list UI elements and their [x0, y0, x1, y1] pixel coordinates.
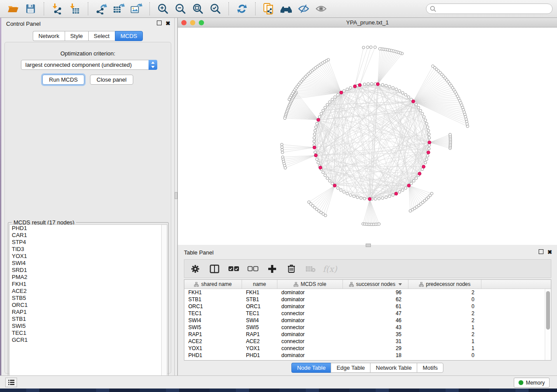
- table-row[interactable]: ACE2ACE2connector311: [184, 338, 551, 345]
- first-neighbors-button[interactable]: [279, 2, 294, 16]
- list-item[interactable]: TID3: [10, 246, 167, 253]
- tab-node-table[interactable]: Node Table: [291, 363, 331, 373]
- mcds-result-list[interactable]: PHD1 CAR1 STP4 TID3 YOX1 SWI4 SRD1 PMA2 …: [9, 224, 167, 382]
- list-item[interactable]: STB5: [10, 295, 167, 302]
- zoom-selected-button[interactable]: [208, 2, 223, 16]
- open-file-button[interactable]: [6, 2, 21, 16]
- float-panel-icon[interactable]: [539, 249, 543, 254]
- tab-network[interactable]: Network: [33, 31, 65, 41]
- list-item[interactable]: CAR1: [10, 232, 167, 239]
- export-image-button[interactable]: [129, 2, 144, 16]
- window-maximize-icon[interactable]: [199, 20, 204, 25]
- cell-successor-nodes: 18: [343, 352, 408, 359]
- cell-shared-name: FKH1: [184, 289, 242, 296]
- list-item[interactable]: YOX1: [10, 253, 167, 260]
- list-item[interactable]: ACE2: [10, 288, 167, 295]
- export-network-button[interactable]: [94, 2, 109, 16]
- list-item[interactable]: SWI4: [10, 260, 167, 267]
- import-table-button[interactable]: [67, 2, 82, 16]
- show-column-panel-button[interactable]: [209, 263, 220, 275]
- zoom-fit-button[interactable]: [190, 2, 205, 16]
- table-row[interactable]: SWI5SWI5connector431: [184, 324, 551, 331]
- cell-mcds-role: connector: [277, 310, 343, 317]
- close-panel-icon[interactable]: ✖: [547, 249, 553, 255]
- show-all-button[interactable]: [314, 2, 329, 16]
- table-settings-button[interactable]: [190, 263, 201, 275]
- clone-network-button[interactable]: [261, 2, 276, 16]
- column-header-predecessor-nodes[interactable]: predecessor nodes: [408, 280, 481, 289]
- table-row[interactable]: RAP1RAP1dominator352: [184, 331, 551, 338]
- refresh-layout-button[interactable]: [235, 2, 249, 16]
- cell-successor-nodes: 62: [343, 296, 408, 303]
- search-input[interactable]: [436, 6, 549, 12]
- list-item[interactable]: PHD1: [10, 225, 167, 232]
- tab-edge-table[interactable]: Edge Table: [331, 363, 370, 373]
- column-header-name[interactable]: name: [242, 280, 277, 289]
- checked-boxes-icon: [228, 266, 239, 272]
- list-item[interactable]: SWI5: [10, 323, 167, 330]
- mcds-tab-content: Optimization criterion: largest connecte…: [4, 42, 171, 374]
- table-scrollbar-thumb[interactable]: [546, 291, 550, 330]
- zoom-in-button[interactable]: [156, 2, 170, 16]
- optimization-criterion-select[interactable]: largest connected component (undirected): [21, 60, 157, 70]
- delete-table-button[interactable]: [305, 263, 316, 275]
- delete-column-button[interactable]: [286, 263, 297, 275]
- tab-style[interactable]: Style: [65, 31, 88, 41]
- run-mcds-button[interactable]: Run MCDS: [42, 75, 84, 85]
- list-item[interactable]: STP4: [10, 239, 167, 246]
- tab-mcds[interactable]: MCDS: [115, 31, 143, 41]
- column-header-mcds-role[interactable]: MCDS role: [277, 280, 343, 289]
- search-box[interactable]: [426, 3, 553, 14]
- cell-successor-nodes: 47: [343, 310, 408, 317]
- add-column-button[interactable]: [266, 263, 278, 275]
- tab-select[interactable]: Select: [88, 31, 115, 41]
- network-canvas[interactable]: [178, 28, 557, 246]
- table-scrollbar[interactable]: [545, 289, 551, 360]
- memory-button[interactable]: Memory: [514, 378, 550, 388]
- import-network-button[interactable]: [50, 2, 65, 16]
- window-minimize-icon[interactable]: [190, 20, 195, 25]
- show-panels-menu-button[interactable]: [5, 378, 17, 387]
- list-item[interactable]: FKH1: [10, 281, 167, 288]
- vertical-splitter[interactable]: [174, 18, 178, 376]
- list-item[interactable]: PMA2: [10, 274, 167, 281]
- close-panel-button[interactable]: Close panel: [90, 75, 133, 85]
- hide-selected-button[interactable]: [296, 2, 311, 16]
- cell-mcds-role: dominator: [277, 331, 343, 338]
- table-row[interactable]: PHD1PHD1dominator180: [184, 352, 551, 359]
- zoom-out-icon: [175, 3, 186, 14]
- hierarchy-icon: [349, 282, 354, 287]
- select-all-rows-button[interactable]: [228, 263, 239, 275]
- deselect-all-rows-button[interactable]: [247, 263, 259, 275]
- column-header-successor-nodes[interactable]: successor nodes: [343, 280, 408, 289]
- list-item[interactable]: TEC1: [10, 330, 167, 337]
- cell-predecessor-nodes: 1: [408, 345, 481, 352]
- table-row[interactable]: FKH1FKH1dominator962: [184, 289, 551, 296]
- zoom-out-button[interactable]: [173, 2, 188, 16]
- result-list-scrollbar[interactable]: [161, 225, 167, 381]
- table-row[interactable]: TEC1TEC1connector472: [184, 310, 551, 317]
- network-window-titlebar[interactable]: YPA_prune.txt_1: [178, 18, 557, 28]
- list-item[interactable]: SRD1: [10, 267, 167, 274]
- table-row[interactable]: SWI4SWI4dominator462: [184, 317, 551, 324]
- table-row[interactable]: ORC1ORC1dominator610: [184, 303, 551, 310]
- window-close-icon[interactable]: [181, 20, 187, 25]
- table-row[interactable]: YOX1YOX1connector291: [184, 345, 551, 352]
- list-item[interactable]: RAP1: [10, 309, 167, 316]
- status-bar: Memory: [0, 375, 557, 389]
- list-item[interactable]: ORC1: [10, 302, 167, 309]
- save-button[interactable]: [23, 2, 38, 16]
- tab-motifs[interactable]: Motifs: [417, 363, 443, 373]
- memory-label: Memory: [526, 380, 545, 386]
- export-table-button[interactable]: [111, 2, 126, 16]
- float-panel-icon[interactable]: [157, 21, 162, 25]
- tab-network-table[interactable]: Network Table: [370, 363, 417, 373]
- list-item[interactable]: STB1: [10, 316, 167, 323]
- network-graph[interactable]: [178, 28, 557, 246]
- function-builder-button[interactable]: f(x): [324, 263, 336, 275]
- list-item[interactable]: GCR1: [10, 337, 167, 344]
- column-header-shared-name[interactable]: shared name: [184, 280, 242, 289]
- table-row[interactable]: STB1STB1dominator620: [184, 296, 551, 303]
- close-panel-icon[interactable]: ✖: [165, 21, 171, 26]
- cell-successor-nodes: 43: [343, 324, 408, 331]
